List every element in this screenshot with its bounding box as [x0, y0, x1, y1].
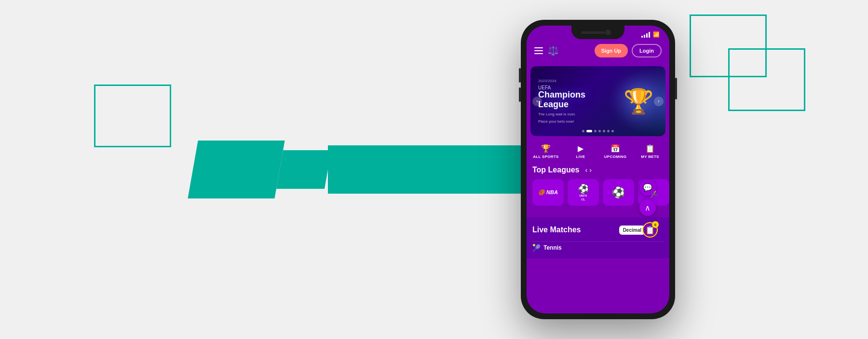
leagues-row-container: 🏀 NBA ⚽ UEFACL ⚽: [532, 179, 664, 206]
banner-dot-3[interactable]: [594, 130, 597, 132]
banner-text: 2023/2024 UEFA ChampionsLeague The Long …: [538, 79, 619, 124]
banner-dot-2[interactable]: [586, 130, 592, 132]
live-label: LIVE: [576, 155, 585, 159]
notch-camera: [605, 29, 611, 35]
betslip-button[interactable]: 📋 8: [642, 222, 658, 238]
banner-dot-4[interactable]: [598, 130, 601, 132]
promo-banner: 2023/2024 UEFA ChampionsLeague The Long …: [530, 66, 665, 136]
banner-subtitle-2: Place your bets now!: [538, 119, 619, 124]
league-card-ucl[interactable]: ⚽ UEFACL: [568, 179, 599, 206]
banner-prev-button[interactable]: ‹: [532, 97, 542, 106]
banner-dot-5[interactable]: [603, 130, 605, 132]
ucl-logo-text: UEFACL: [578, 194, 589, 201]
banner-year: 2023/2024: [538, 79, 619, 83]
live-matches-header: Live Matches Decimal 📋 8: [532, 222, 664, 238]
bg-outline-shape-tl: [94, 85, 171, 147]
leagues-prev-button[interactable]: ‹: [585, 166, 588, 174]
league-card-premier-league[interactable]: ⚽: [603, 179, 634, 206]
trophy-icon: 🏆: [624, 87, 653, 115]
header-left: ⚖️: [534, 45, 558, 56]
notch-speaker: [581, 31, 605, 34]
phone-notch: [571, 26, 624, 39]
betslip-count-badge: 8: [652, 221, 659, 228]
main-content: Top Leagues ‹ › 🏀 NBA: [527, 161, 669, 217]
login-button[interactable]: Login: [632, 44, 662, 57]
top-leagues-header: Top Leagues ‹ ›: [532, 166, 664, 174]
nba-logo: 🏀 NBA: [538, 189, 558, 196]
app-logo-icon: ⚖️: [548, 45, 558, 56]
collapse-fab-button[interactable]: ∧: [639, 199, 656, 216]
league-card-nba[interactable]: 🏀 NBA: [532, 179, 564, 206]
banner-dot-6[interactable]: [607, 130, 610, 132]
hamburger-menu-icon[interactable]: [534, 47, 543, 54]
live-matches-title: Live Matches: [532, 226, 581, 234]
hamburger-line-1: [534, 47, 543, 48]
bg-solid-shape-left: [188, 141, 285, 198]
bg-outline-shape-tr2: [728, 48, 805, 111]
volume-down-button: [519, 87, 521, 102]
live-matches-section: Live Matches Decimal 📋 8 🎾 Tennis: [527, 217, 669, 258]
banner-league-name: UEFA ChampionsLeague: [538, 85, 619, 110]
bg-solid-shape-left2: [276, 150, 331, 189]
all-sports-label: ALL SPORTS: [533, 155, 559, 159]
ucl-logo: ⚽ UEFACL: [578, 184, 589, 201]
tab-all-sports[interactable]: 🏆 ALL SPORTS: [529, 144, 563, 159]
signal-icon: [641, 32, 650, 38]
tab-live[interactable]: ▶ LIVE: [563, 144, 598, 159]
banner-dot-7[interactable]: [611, 130, 614, 132]
tennis-icon: 🎾: [532, 244, 541, 252]
signup-button[interactable]: Sign Up: [595, 44, 628, 57]
hamburger-line-3: [534, 53, 543, 54]
signal-bar-1: [641, 36, 643, 38]
top-leagues-title: Top Leagues: [532, 166, 580, 174]
signal-bar-3: [646, 33, 648, 38]
signal-bar-2: [644, 35, 645, 38]
tennis-sport-row[interactable]: 🎾 Tennis: [532, 241, 664, 254]
power-button: [675, 78, 677, 99]
hamburger-line-2: [534, 50, 543, 51]
nav-tabs: 🏆 ALL SPORTS ▶ LIVE 📅 UPCOMING 📋 MY BETS: [527, 140, 669, 161]
banner-content: 2023/2024 UEFA ChampionsLeague The Long …: [530, 66, 665, 136]
phone-body: 📶 ⚖️ Sign Up Login: [521, 20, 675, 319]
phone-screen: 📶 ⚖️ Sign Up Login: [527, 26, 669, 313]
tab-my-bets[interactable]: 📋 MY BETS: [633, 144, 667, 159]
volume-up-button: [519, 68, 521, 83]
upcoming-label: UPCOMING: [604, 155, 626, 159]
banner-subtitle-1: The Long wait is over.: [538, 112, 619, 116]
signal-bar-4: [649, 32, 650, 38]
wifi-icon: 📶: [653, 31, 660, 38]
leagues-next-button[interactable]: ›: [589, 166, 592, 174]
leagues-nav: ‹ ›: [585, 166, 592, 174]
chat-fab-button[interactable]: 💬: [639, 179, 656, 196]
bg-solid-shape-top-right: [328, 145, 424, 194]
banner-next-button[interactable]: ›: [654, 97, 664, 106]
decimal-badge[interactable]: Decimal: [619, 226, 645, 235]
banner-trophy: 🏆: [619, 72, 658, 130]
app-header: ⚖️ Sign Up Login: [527, 39, 669, 62]
live-header-right: Decimal 📋 8: [619, 222, 664, 238]
my-bets-label: MY BETS: [641, 155, 659, 159]
status-bar: 📶: [641, 31, 660, 38]
premier-league-logo: ⚽: [612, 186, 625, 199]
bg-solid-shape-bottom-right: [424, 145, 521, 194]
upcoming-icon: 📅: [610, 144, 620, 153]
header-buttons: Sign Up Login: [595, 44, 662, 57]
live-icon: ▶: [578, 144, 583, 153]
app-content: ⚖️ Sign Up Login 2023/2024 UEFA: [527, 39, 669, 313]
my-bets-icon: 📋: [645, 144, 655, 153]
all-sports-icon: 🏆: [541, 144, 551, 153]
tennis-label: Tennis: [543, 244, 562, 251]
banner-dot-1[interactable]: [582, 130, 584, 132]
banner-dots: [582, 130, 614, 132]
banner-league-title: ChampionsLeague: [538, 90, 585, 109]
phone-mockup: 📶 ⚖️ Sign Up Login: [521, 20, 675, 319]
tab-upcoming[interactable]: 📅 UPCOMING: [598, 144, 633, 159]
